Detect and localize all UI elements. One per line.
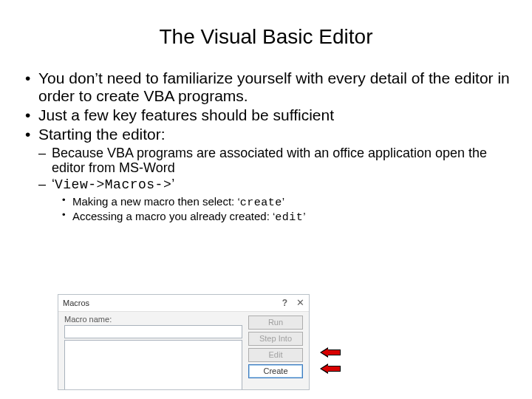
macro-name-label: Macro name: [64,315,242,324]
bullet-item: Just a few key features should be suffic… [22,106,510,124]
step-into-button[interactable]: Step Into [248,332,303,346]
run-button[interactable]: Run [248,316,303,330]
text-run: ’ [303,210,305,222]
sub-bullet-list: Because VBA programs are associated with… [38,146,510,225]
macro-listbox[interactable] [64,340,242,390]
subsub-bullet-item: Accessing a macro you already created: ‘… [62,210,510,224]
dialog-left-pane: Macro name: [64,315,242,390]
code-text: edit [275,211,303,224]
sub-bullet-item: Because VBA programs are associated with… [38,146,510,176]
bullet-item: You don’t need to familiarize yourself w… [22,69,510,105]
text-run: Accessing a macro you already created: ‘ [72,210,275,222]
slide: The Visual Basic Editor You don’t need t… [0,0,532,399]
help-icon[interactable]: ? [282,295,287,311]
code-text: View->Macros-> [55,177,171,192]
quote-close: ’ [171,177,174,191]
bullet-item: Starting the editor: Because VBA program… [22,126,510,224]
close-icon[interactable]: ✕ [296,295,304,311]
dialog-body: Macro name: Run Step Into Edit Create [58,312,309,390]
edit-button[interactable]: Edit [248,348,303,362]
text-run: ’ [282,195,284,208]
dialog-wrapper: Macros ? ✕ Macro name: Run Step Into Edi… [58,294,310,390]
titlebar-controls: ? ✕ [282,295,304,311]
bullet-text: Starting the editor: [38,126,166,143]
create-button[interactable]: Create [248,364,303,378]
dialog-title: Macros [63,295,89,311]
text-run: Making a new macro then select: ‘ [72,195,240,208]
callout-arrow-icon [320,347,341,358]
macros-dialog: Macros ? ✕ Macro name: Run Step Into Edi… [58,294,310,390]
page-title: The Visual Basic Editor [0,0,532,55]
macro-name-input[interactable] [64,325,242,338]
content-area: You don’t need to familiarize yourself w… [0,55,532,224]
code-text: create [240,197,282,209]
subsub-bullet-list: Making a new macro then select: ‘create’… [52,195,510,225]
sub-bullet-item: ‘View->Macros->’ Making a new macro then… [38,177,510,224]
dialog-titlebar: Macros ? ✕ [58,295,309,312]
subsub-bullet-item: Making a new macro then select: ‘create’ [62,195,510,209]
dialog-button-column: Run Step Into Edit Create [248,315,303,390]
bullet-list: You don’t need to familiarize yourself w… [22,69,510,224]
callout-arrow-icon [320,364,341,374]
